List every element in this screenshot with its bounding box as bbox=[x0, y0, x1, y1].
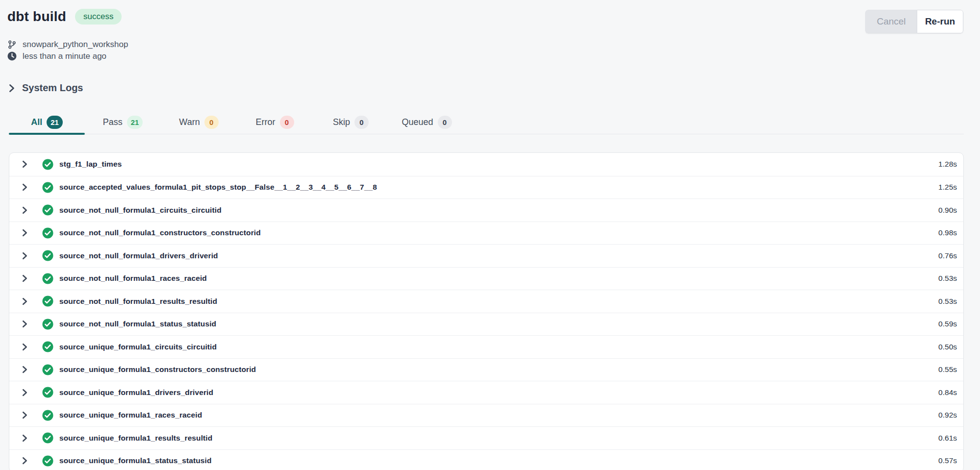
row-expand-button[interactable] bbox=[20, 274, 29, 283]
table-row[interactable]: source_not_null_formula1_circuits_circui… bbox=[9, 198, 963, 222]
row-expand-button[interactable] bbox=[20, 160, 29, 169]
node-duration: 0.53s bbox=[938, 274, 957, 283]
node-name: source_unique_formula1_results_resultid bbox=[59, 434, 938, 443]
node-duration: 0.92s bbox=[938, 411, 957, 420]
status-badge: success bbox=[75, 9, 122, 25]
node-name: source_not_null_formula1_results_resulti… bbox=[59, 297, 938, 306]
node-duration: 1.28s bbox=[938, 160, 957, 169]
check-circle-icon bbox=[42, 432, 53, 444]
table-row[interactable]: stg_f1_lap_times 1.28s bbox=[9, 153, 963, 176]
tab-count-badge: 0 bbox=[438, 116, 452, 129]
check-circle-icon bbox=[42, 204, 53, 216]
row-expand-button[interactable] bbox=[20, 456, 29, 465]
tab-warn[interactable]: Warn 0 bbox=[161, 110, 237, 134]
row-expand-button[interactable] bbox=[20, 251, 29, 260]
tab-all[interactable]: All 21 bbox=[9, 110, 85, 134]
node-name: source_unique_formula1_status_statusid bbox=[59, 456, 938, 465]
table-row[interactable]: source_unique_formula1_status_statusid 0… bbox=[9, 449, 963, 470]
check-circle-icon bbox=[42, 296, 53, 307]
table-row[interactable]: source_not_null_formula1_races_raceid 0.… bbox=[9, 267, 963, 290]
node-duration: 0.90s bbox=[938, 206, 957, 215]
tab-error[interactable]: Error 0 bbox=[237, 110, 313, 134]
cancel-button[interactable]: Cancel bbox=[865, 10, 917, 33]
run-time-ago: less than a minute ago bbox=[23, 51, 106, 61]
check-circle-icon bbox=[42, 250, 53, 261]
clock-icon bbox=[7, 51, 17, 61]
node-name: source_not_null_formula1_constructors_co… bbox=[59, 228, 938, 237]
node-duration: 0.84s bbox=[938, 388, 957, 397]
tab-count-badge: 0 bbox=[280, 116, 294, 129]
table-row[interactable]: source_not_null_formula1_status_statusid… bbox=[9, 313, 963, 336]
check-circle-icon bbox=[42, 341, 53, 352]
node-name: source_not_null_formula1_races_raceid bbox=[59, 274, 938, 283]
rerun-button[interactable]: Re-run bbox=[917, 10, 963, 33]
table-row[interactable]: source_unique_formula1_drivers_driverid … bbox=[9, 381, 963, 404]
chevron-right-icon bbox=[8, 83, 15, 93]
node-name: source_unique_formula1_races_raceid bbox=[59, 411, 938, 420]
check-circle-icon bbox=[42, 410, 53, 421]
node-name: source_not_null_formula1_circuits_circui… bbox=[59, 206, 938, 215]
node-duration: 0.59s bbox=[938, 320, 957, 328]
tab-skip[interactable]: Skip 0 bbox=[313, 110, 389, 134]
table-row[interactable]: source_accepted_values_formula1_pit_stop… bbox=[9, 176, 963, 199]
branch-row: snowpark_python_workshop bbox=[7, 39, 963, 50]
node-name: source_accepted_values_formula1_pit_stop… bbox=[59, 183, 938, 192]
tab-label: Pass bbox=[103, 117, 123, 127]
node-duration: 0.55s bbox=[938, 365, 957, 374]
row-expand-button[interactable] bbox=[20, 183, 29, 192]
check-circle-icon bbox=[42, 273, 53, 284]
row-expand-button[interactable] bbox=[20, 297, 29, 306]
system-logs-label: System Logs bbox=[22, 82, 83, 94]
node-name: stg_f1_lap_times bbox=[59, 160, 938, 169]
check-circle-icon bbox=[42, 227, 53, 239]
tab-count-badge: 0 bbox=[354, 116, 369, 129]
tab-pass[interactable]: Pass 21 bbox=[85, 110, 161, 134]
table-row[interactable]: source_not_null_formula1_drivers_driveri… bbox=[9, 244, 963, 267]
node-duration: 0.53s bbox=[938, 297, 957, 306]
row-expand-button[interactable] bbox=[20, 365, 29, 374]
row-expand-button[interactable] bbox=[20, 343, 29, 351]
row-expand-button[interactable] bbox=[20, 411, 29, 420]
system-logs-toggle[interactable]: System Logs bbox=[8, 82, 980, 94]
tab-count-badge: 21 bbox=[47, 116, 63, 129]
run-actions: Cancel Re-run bbox=[865, 10, 963, 33]
page-title: dbt build bbox=[7, 9, 66, 25]
check-circle-icon bbox=[42, 455, 53, 467]
row-expand-button[interactable] bbox=[20, 434, 29, 443]
node-duration: 0.76s bbox=[938, 251, 957, 260]
run-header: dbt build success Cancel Re-run bbox=[0, 0, 980, 62]
results-list: stg_f1_lap_times 1.28s source_accepted_v… bbox=[9, 152, 964, 470]
result-filter-tabs: All 21 Pass 21 Warn 0 Error 0 Skip 0 Que… bbox=[9, 110, 964, 134]
table-row[interactable]: source_not_null_formula1_constructors_co… bbox=[9, 222, 963, 245]
row-expand-button[interactable] bbox=[20, 206, 29, 215]
table-row[interactable]: source_unique_formula1_races_raceid 0.92… bbox=[9, 404, 963, 427]
tab-label: All bbox=[31, 117, 42, 127]
tab-count-badge: 21 bbox=[127, 116, 143, 129]
table-row[interactable]: source_not_null_formula1_results_resulti… bbox=[9, 290, 963, 313]
row-expand-button[interactable] bbox=[20, 388, 29, 397]
tab-queued[interactable]: Queued 0 bbox=[389, 110, 465, 134]
check-circle-icon bbox=[42, 159, 53, 170]
git-branch-icon bbox=[7, 40, 17, 49]
check-circle-icon bbox=[42, 182, 53, 193]
table-row[interactable]: source_unique_formula1_results_resultid … bbox=[9, 426, 963, 449]
row-expand-button[interactable] bbox=[20, 228, 29, 237]
tab-label: Warn bbox=[179, 117, 200, 127]
time-row: less than a minute ago bbox=[7, 50, 963, 62]
node-name: source_not_null_formula1_status_statusid bbox=[59, 320, 938, 328]
node-name: source_unique_formula1_constructors_cons… bbox=[59, 365, 938, 374]
node-name: source_not_null_formula1_drivers_driveri… bbox=[59, 251, 938, 260]
table-row[interactable]: source_unique_formula1_circuits_circuiti… bbox=[9, 335, 963, 358]
tab-count-badge: 0 bbox=[204, 116, 219, 129]
row-expand-button[interactable] bbox=[20, 320, 29, 328]
node-duration: 0.61s bbox=[938, 434, 957, 443]
node-duration: 0.98s bbox=[938, 228, 957, 237]
check-circle-icon bbox=[42, 319, 53, 330]
node-duration: 0.50s bbox=[938, 343, 957, 351]
table-row[interactable]: source_unique_formula1_constructors_cons… bbox=[9, 358, 963, 381]
tab-label: Queued bbox=[402, 117, 433, 127]
check-circle-icon bbox=[42, 364, 53, 375]
branch-name: snowpark_python_workshop bbox=[23, 40, 128, 49]
tab-label: Skip bbox=[333, 117, 350, 127]
node-duration: 1.25s bbox=[938, 183, 957, 192]
